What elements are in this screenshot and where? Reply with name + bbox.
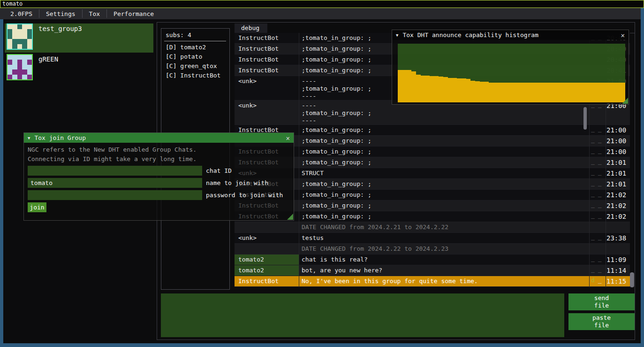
password-input[interactable]: [28, 190, 202, 200]
message-text: STRUCT: [302, 170, 587, 177]
message-time: 21:02: [606, 191, 626, 199]
group-item-green[interactable]: gREEN: [5, 54, 153, 83]
message-text: ;tomato_in_group: ;: [302, 191, 587, 199]
password-label: password to join with: [206, 190, 283, 200]
group-name: gREEN: [38, 55, 58, 63]
member-item[interactable]: [C] green_qtox: [166, 62, 217, 72]
message-text: chat is this real?: [302, 256, 587, 263]
histogram-bar: [434, 76, 439, 102]
histogram-bar: [512, 83, 516, 103]
histogram-bar: [566, 83, 571, 103]
histogram-bar: [534, 83, 539, 103]
paste-file-label-1: paste: [592, 314, 611, 322]
window-frame-left: [0, 19, 3, 347]
message-row[interactable]: <unk>testus__23:38: [235, 233, 630, 244]
message-row[interactable]: tomato2bot, are you new here?__11:14: [235, 265, 630, 276]
join-button[interactable]: join: [28, 202, 46, 212]
message-status: __: [591, 266, 605, 273]
message-text: ;tomato_in_group: ;: [302, 202, 587, 209]
message-input[interactable]: [161, 293, 564, 337]
group-item-test_group3[interactable]: test_group3: [5, 23, 153, 53]
histogram-bar: [425, 76, 430, 103]
message-time: 11:09: [606, 256, 626, 263]
message-text: ;tomato_in_group: ;: [302, 137, 587, 145]
menu-item-performance[interactable]: Performance: [107, 8, 160, 19]
message-sender: <unk>: [238, 77, 257, 85]
histogram-bar: [561, 83, 566, 103]
message-status: __: [591, 147, 605, 154]
resize-grip[interactable]: [622, 98, 628, 104]
histogram-bar: [416, 75, 421, 102]
dht-histogram-window-titlebar[interactable]: ▼ Tox DHT announce capability histogram …: [392, 30, 629, 40]
message-text: ;tomato_in_group: ;: [302, 148, 587, 155]
paste-file-button[interactable]: paste file: [568, 313, 635, 330]
column-separator: [299, 33, 299, 287]
message-row[interactable]: DATE CHANGED from 2024.2.21 to 2024.2.22: [235, 222, 630, 233]
histogram-bar: [607, 83, 612, 103]
window-titlebar[interactable]: tomato: [0, 0, 644, 8]
join-group-window-title: Tox join Group: [34, 134, 86, 141]
window-title: tomato: [2, 0, 23, 7]
send-file-button[interactable]: send file: [568, 293, 635, 310]
histogram-bar: [484, 82, 489, 102]
message-text: testus: [302, 234, 587, 242]
histogram-bar: [580, 83, 584, 103]
message-row[interactable]: InstructBotNo, I've been in this group f…: [235, 276, 630, 287]
message-sender: InstructBot: [238, 56, 279, 63]
histogram-bar: [553, 83, 557, 103]
messages-scrollbar-thumb[interactable]: [583, 107, 587, 130]
join-group-window: ▼ Tox join Group ✕ NGC refers to the New…: [23, 132, 294, 221]
histogram-bar: [498, 83, 502, 103]
message-time: 21:00: [606, 137, 626, 145]
histogram-bar: [462, 78, 466, 102]
histogram-bar: [584, 83, 589, 103]
menu-bar: 2.0FPSSettingsToxPerformance: [0, 8, 641, 19]
message-text: ;tomato_in_group: ;: [302, 126, 587, 134]
menu-item-tox[interactable]: Tox: [83, 8, 106, 19]
join-group-window-titlebar[interactable]: ▼ Tox join Group ✕: [24, 133, 294, 143]
message-sender: tomato2: [238, 256, 264, 263]
menu-item-settings[interactable]: Settings: [39, 8, 82, 19]
message-time: 21:02: [606, 202, 626, 209]
histogram-bar: [421, 76, 425, 103]
message-row[interactable]: DATE CHANGED from 2024.2.22 to 2024.2.23: [235, 244, 630, 254]
histogram-bar: [612, 83, 616, 103]
dht-histogram-window: ▼ Tox DHT announce capability histogram …: [392, 30, 629, 105]
chat-id-input[interactable]: [28, 166, 202, 176]
histogram-bar: [493, 83, 498, 103]
resize-grip[interactable]: [287, 214, 293, 220]
histogram-bar: [507, 83, 512, 103]
histogram-bar: [539, 83, 544, 103]
message-sender: tomato2: [238, 267, 264, 274]
menu-item-2-0fps[interactable]: 2.0FPS: [4, 8, 39, 19]
histogram-bar: [470, 81, 475, 102]
chat-scrollbar-thumb[interactable]: [630, 272, 634, 287]
message-sender: InstructBot: [238, 34, 279, 41]
message-sender: <unk>: [238, 102, 257, 109]
name-label: name to join with: [206, 178, 268, 188]
message-text: DATE CHANGED from 2024.2.22 to 2024.2.23: [302, 245, 587, 253]
members-separator: [164, 41, 226, 41]
message-time: 21:01: [606, 159, 626, 166]
message-row[interactable]: tomato2chat is this real?__11:09: [235, 254, 630, 265]
tab-debug[interactable]: debug: [235, 23, 267, 33]
message-time: 11:15: [606, 278, 626, 285]
histogram-bar: [489, 83, 493, 103]
collapse-arrow-icon[interactable]: ▼: [28, 136, 30, 140]
member-item[interactable]: [C] potato: [166, 53, 202, 62]
collapse-arrow-icon[interactable]: ▼: [396, 33, 398, 38]
message-time: 21:00: [606, 148, 626, 155]
message-status: __: [591, 179, 605, 186]
message-status: __: [591, 255, 605, 262]
histogram-bar: [407, 70, 411, 102]
histogram-bar: [530, 83, 534, 103]
member-item[interactable]: [D] tomato2: [166, 44, 206, 53]
close-icon[interactable]: ✕: [286, 134, 290, 142]
close-icon[interactable]: ✕: [621, 31, 625, 39]
name-input[interactable]: tomato: [28, 178, 202, 188]
histogram-bar: [502, 83, 507, 103]
message-status: __: [591, 190, 605, 197]
message-status: __: [591, 233, 605, 240]
message-time: 11:14: [606, 267, 626, 274]
member-item[interactable]: [C] InstructBot: [166, 72, 220, 81]
